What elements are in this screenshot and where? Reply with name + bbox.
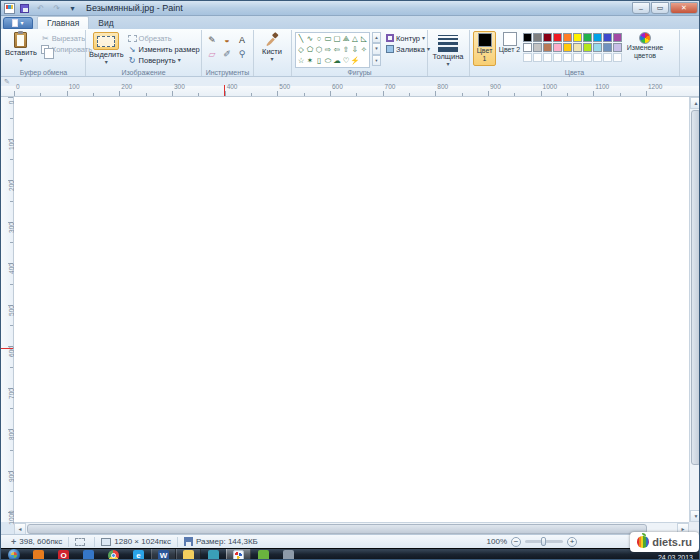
palette-swatch[interactable] (603, 33, 612, 42)
eraser-tool[interactable]: ▱ (205, 48, 219, 61)
outline-button[interactable]: Контур ▾ (383, 33, 432, 43)
scroll-up-button[interactable]: ▲ (690, 97, 700, 109)
shape-polygon[interactable]: ⟁ (342, 34, 350, 44)
taskbar-app-blue[interactable] (76, 549, 101, 560)
shape-heart[interactable]: ♡ (342, 56, 350, 66)
horizontal-scroll-thumb[interactable] (27, 524, 647, 534)
rotate-button[interactable]: ↻ Повернуть ▾ (126, 55, 202, 65)
zoom-slider-thumb[interactable] (541, 537, 546, 546)
paste-button[interactable]: Вставить ▾ (5, 31, 37, 66)
palette-swatch[interactable] (603, 43, 612, 52)
minimize-button[interactable]: – (632, 2, 650, 14)
palette-swatch[interactable] (533, 33, 542, 42)
shape-triangle[interactable]: △ (351, 34, 359, 44)
canvas[interactable] (14, 97, 689, 522)
text-tool[interactable]: A (235, 34, 249, 47)
taskbar-word[interactable]: W (151, 549, 176, 560)
zoom-in-button[interactable]: + (567, 537, 577, 547)
shapes-scroll-down[interactable]: ▼ (372, 43, 381, 54)
palette-empty-slot[interactable] (553, 53, 562, 62)
shape-arrow-right[interactable]: ⇨ (324, 45, 332, 55)
palette-swatch[interactable] (553, 33, 562, 42)
palette-swatch[interactable] (523, 33, 532, 42)
edit-colors-button[interactable]: Изменение цветов (624, 31, 666, 66)
shape-diamond[interactable]: ◇ (297, 45, 305, 55)
app-menu-button[interactable]: ▾ (3, 17, 33, 29)
palette-empty-slot[interactable] (573, 53, 582, 62)
palette-swatch[interactable] (613, 33, 622, 42)
shape-line[interactable]: ╲ (297, 34, 305, 44)
taskbar-folder[interactable] (176, 549, 201, 560)
palette-swatch[interactable] (573, 43, 582, 52)
palette-swatch[interactable] (573, 33, 582, 42)
tab-home[interactable]: Главная (37, 16, 89, 29)
shape-arrow-up[interactable]: ⇧ (342, 45, 350, 55)
shape-fill-button[interactable]: Заливка ▾ (383, 44, 432, 54)
taskbar-internet-explorer[interactable]: e (126, 549, 151, 560)
palette-swatch[interactable] (553, 43, 562, 52)
palette-empty-slot[interactable] (533, 53, 542, 62)
palette-swatch[interactable] (533, 43, 542, 52)
start-button[interactable] (1, 549, 26, 560)
shape-star-5[interactable]: ☆ (297, 56, 305, 66)
palette-empty-slot[interactable] (603, 53, 612, 62)
shape-rounded-callout[interactable]: ▯ (315, 56, 323, 66)
resize-button[interactable]: ↘ Изменить размер (126, 44, 202, 54)
palette-empty-slot[interactable] (583, 53, 592, 62)
color1-button[interactable]: Цвет 1 (473, 31, 496, 66)
palette-swatch[interactable] (593, 33, 602, 42)
color2-button[interactable]: Цвет 2 (498, 31, 521, 66)
save-button[interactable] (18, 2, 31, 14)
palette-empty-slot[interactable] (593, 53, 602, 62)
crop-button[interactable]: Обрезать (126, 33, 202, 43)
palette-swatch[interactable] (543, 43, 552, 52)
taskbar-app-gray[interactable] (276, 549, 301, 560)
shape-oval[interactable]: ○ (315, 34, 323, 44)
shape-rectangle[interactable]: ▭ (324, 34, 332, 44)
shapes-more-button[interactable]: ▾ (372, 55, 381, 66)
shape-cloud-callout[interactable]: ☁ (333, 56, 341, 66)
shapes-scroll-up[interactable]: ▲ (372, 32, 381, 43)
palette-swatch[interactable] (523, 43, 532, 52)
magnifier-tool[interactable]: ⚲ (235, 48, 249, 61)
taskbar-paint[interactable] (226, 549, 251, 560)
palette-swatch[interactable] (613, 43, 622, 52)
vertical-scrollbar[interactable]: ▲ ▼ (689, 97, 700, 522)
taskbar-opera[interactable]: O (51, 549, 76, 560)
shape-rounded-rectangle[interactable]: ▢ (333, 34, 341, 44)
palette-swatch[interactable] (583, 33, 592, 42)
scroll-down-button[interactable]: ▼ (690, 510, 700, 522)
palette-swatch[interactable] (543, 33, 552, 42)
tab-view[interactable]: Вид (89, 16, 122, 29)
select-button[interactable]: Выделить ▾ (89, 31, 124, 66)
palette-empty-slot[interactable] (613, 53, 622, 62)
shape-star-6[interactable]: ✶ (306, 56, 314, 66)
shape-pentagon[interactable]: ⬠ (306, 45, 314, 55)
shape-arrow-left[interactable]: ⇦ (333, 45, 341, 55)
zoom-slider[interactable] (525, 540, 563, 543)
shape-hexagon[interactable]: ⬡ (315, 45, 323, 55)
palette-swatch[interactable] (563, 33, 572, 42)
shape-curve[interactable]: ∿ (306, 34, 314, 44)
vertical-scroll-thumb[interactable] (691, 110, 700, 465)
pencil-tool[interactable]: ✎ (205, 34, 219, 47)
palette-swatch[interactable] (593, 43, 602, 52)
brushes-button[interactable]: Кисти ▾ (257, 31, 287, 66)
shape-oval-callout[interactable]: ⬭ (324, 56, 332, 66)
palette-swatch[interactable] (583, 43, 592, 52)
fill-tool[interactable]: ◒ (220, 34, 234, 47)
taskbar-chrome[interactable] (101, 549, 126, 560)
color-picker-tool[interactable]: ✐ (220, 48, 234, 61)
horizontal-scrollbar[interactable]: ◄ ► (14, 522, 689, 534)
taskbar-media-player[interactable] (251, 549, 276, 560)
palette-swatch[interactable] (563, 43, 572, 52)
maximize-button[interactable]: ▭ (651, 2, 669, 14)
taskbar-app-teal[interactable] (201, 549, 226, 560)
shape-star-4[interactable]: ✧ (360, 45, 368, 55)
redo-button[interactable]: ↷ (50, 2, 63, 14)
undo-button[interactable]: ↶ (34, 2, 47, 14)
size-button[interactable]: Толщина ▾ (431, 31, 465, 66)
close-button[interactable]: ✕ (670, 2, 698, 14)
shape-right-triangle[interactable]: ◺ (360, 34, 368, 44)
palette-empty-slot[interactable] (523, 53, 532, 62)
